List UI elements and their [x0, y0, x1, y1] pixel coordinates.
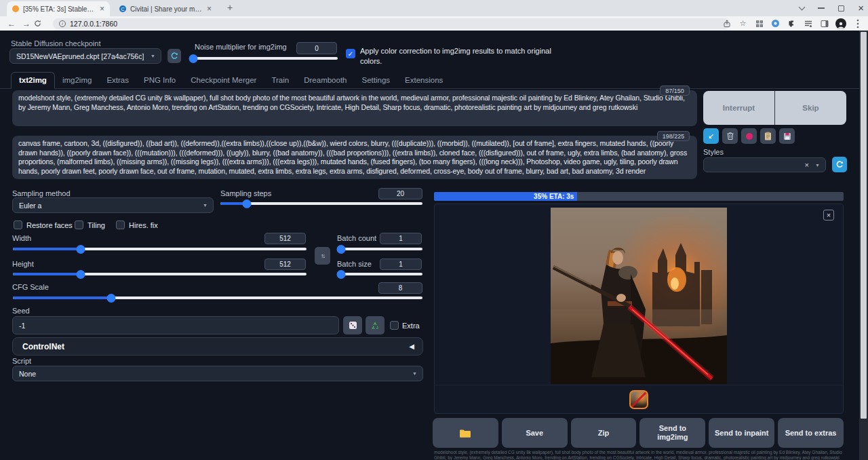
tab-close-icon[interactable]: ×	[207, 5, 212, 12]
tab-search-icon[interactable]	[799, 4, 806, 11]
forward-icon[interactable]: →	[19, 19, 34, 28]
prompt-textarea[interactable]: modelshoot style, (extremely detailed CG…	[12, 90, 697, 126]
gallery-thumbnail-selected[interactable]	[629, 390, 648, 409]
noise-multiplier-label: Noise multiplier for img2img	[195, 43, 287, 51]
zip-button[interactable]: Zip	[571, 418, 637, 448]
browser-menu-icon[interactable]	[852, 18, 863, 28]
noise-multiplier-value[interactable]: 0	[296, 42, 337, 54]
browser-tab-civitai[interactable]: C Civitai | Share your models ×	[114, 1, 217, 16]
accordion-arrow-icon: ◀	[409, 343, 414, 350]
main-tabs: txt2img img2img Extras PNG Info Checkpoi…	[0, 72, 861, 89]
refresh-checkpoints-button[interactable]	[167, 49, 181, 63]
script-dropdown[interactable]: None ▼	[12, 366, 423, 381]
preview-image[interactable]	[551, 208, 727, 384]
refresh-styles-button[interactable]	[832, 157, 847, 172]
restore-faces-checkbox[interactable]	[14, 221, 22, 229]
width-value[interactable]: 512	[264, 233, 306, 244]
share-icon[interactable]	[722, 18, 732, 28]
tab-extras[interactable]: Extras	[99, 73, 136, 88]
sampling-steps-value[interactable]: 20	[378, 188, 422, 199]
send-to-img2img-button[interactable]: Send to img2img	[639, 418, 705, 448]
civitai-favicon-icon: C	[119, 5, 126, 12]
tab-extensions[interactable]: Extensions	[397, 73, 450, 88]
swap-dimensions-button[interactable]: ↑↓	[315, 247, 330, 265]
tab-checkpoint-merger[interactable]: Checkpoint Merger	[183, 73, 264, 88]
profile-avatar[interactable]	[835, 18, 846, 29]
save-style-button[interactable]	[779, 128, 795, 144]
browser-tab-title: [35% ETA: 3s] Stable Diffusion	[23, 5, 96, 13]
random-seed-button[interactable]	[343, 316, 362, 334]
negative-prompt-textarea[interactable]: canvas frame, cartoon, 3d, ((disfigured)…	[12, 136, 697, 179]
browser-tab-stable-diffusion[interactable]: [35% ETA: 3s] Stable Diffusion ×	[7, 1, 110, 16]
width-slider[interactable]	[13, 248, 307, 250]
close-gallery-icon[interactable]: ×	[823, 210, 834, 221]
clear-prompt-button[interactable]	[722, 128, 738, 144]
new-tab-button[interactable]: +	[224, 2, 236, 14]
interrupt-button[interactable]: Interrupt	[703, 91, 774, 125]
checkpoint-dropdown[interactable]: SD15NewVAEpruned.ckpt [27a4ac756c] ▼	[9, 48, 161, 64]
cfg-scale-value[interactable]: 8	[378, 282, 422, 294]
extra-seed-checkbox[interactable]	[390, 321, 399, 330]
batch-count-value[interactable]: 1	[380, 233, 422, 244]
sampling-method-dropdown[interactable]: Euler a ▼	[12, 197, 214, 213]
seed-input[interactable]	[12, 316, 339, 334]
extensions-puzzle-icon[interactable]	[787, 18, 797, 28]
stable-diffusion-webui: Stable Diffusion checkpoint SD15NewVAEpr…	[0, 31, 868, 460]
side-panel-icon[interactable]	[819, 18, 829, 28]
noise-multiplier-slider[interactable]	[191, 57, 338, 60]
tab-train[interactable]: Train	[264, 73, 296, 88]
scrollbar-thumb[interactable]	[861, 32, 867, 419]
progress-text: 35% ETA: 3s	[534, 193, 574, 200]
batch-count-label: Batch count	[337, 234, 376, 242]
height-label: Height	[12, 260, 34, 268]
reading-list-icon[interactable]	[803, 18, 813, 28]
width-label: Width	[12, 234, 31, 242]
clear-styles-icon[interactable]: ×	[805, 161, 809, 169]
reuse-seed-button[interactable]	[366, 316, 384, 334]
height-value[interactable]: 512	[264, 258, 306, 270]
batch-size-value[interactable]: 1	[380, 258, 422, 270]
extension-blue-icon[interactable]	[770, 18, 781, 28]
tab-dreambooth[interactable]: Dreambooth	[296, 73, 354, 88]
styles-dropdown[interactable]: × ▼	[703, 157, 826, 172]
tab-close-icon[interactable]: ×	[100, 5, 104, 12]
page-scrollbar[interactable]	[859, 31, 868, 460]
address-bar[interactable]: i 127.0.0.1:7860	[53, 18, 730, 29]
reload-icon[interactable]	[34, 20, 49, 27]
floppy-save-icon	[783, 132, 791, 140]
screen: [35% ETA: 3s] Stable Diffusion × C Civit…	[0, 0, 868, 460]
back-icon[interactable]: ←	[4, 19, 19, 28]
hires-fix-checkbox[interactable]	[116, 221, 125, 229]
bookmark-star-icon[interactable]: ☆	[738, 18, 748, 28]
tab-png-info[interactable]: PNG Info	[136, 73, 183, 88]
color-correction-checkbox[interactable]: ✓	[346, 49, 355, 58]
sampling-steps-slider[interactable]	[220, 202, 422, 205]
height-slider[interactable]	[13, 273, 307, 275]
minimize-icon[interactable]	[818, 7, 825, 9]
batch-count-slider[interactable]	[337, 248, 422, 250]
tab-txt2img[interactable]: txt2img	[11, 72, 55, 89]
apply-styles-button[interactable]	[760, 128, 776, 144]
site-info-icon[interactable]: i	[59, 20, 66, 27]
gallery-panel: ×	[434, 204, 844, 414]
tab-img2img[interactable]: img2img	[55, 73, 99, 88]
cfg-scale-slider[interactable]	[13, 296, 422, 299]
close-window-icon[interactable]: ×	[858, 4, 864, 12]
extra-networks-button[interactable]	[741, 128, 757, 144]
open-folder-button[interactable]	[433, 418, 498, 448]
batch-size-slider[interactable]	[337, 273, 422, 275]
script-value: None	[19, 370, 36, 378]
save-button[interactable]: Save	[502, 418, 568, 448]
tiling-checkbox[interactable]	[75, 221, 83, 229]
chevron-down-icon: ▼	[815, 163, 820, 168]
controlnet-accordion[interactable]: ControlNet ◀	[12, 337, 423, 356]
extension-grid-icon[interactable]	[754, 18, 764, 28]
prompt-token-counter: 87/150	[660, 85, 690, 96]
maximize-icon[interactable]	[838, 5, 844, 12]
paste-params-button[interactable]: ↙	[703, 128, 719, 144]
skip-button[interactable]: Skip	[774, 91, 846, 125]
cfg-scale-label: CFG Scale	[12, 283, 49, 291]
send-to-extras-button[interactable]: Send to extras	[778, 418, 844, 448]
tab-settings[interactable]: Settings	[355, 73, 398, 88]
send-to-inpaint-button[interactable]: Send to inpaint	[709, 418, 774, 448]
